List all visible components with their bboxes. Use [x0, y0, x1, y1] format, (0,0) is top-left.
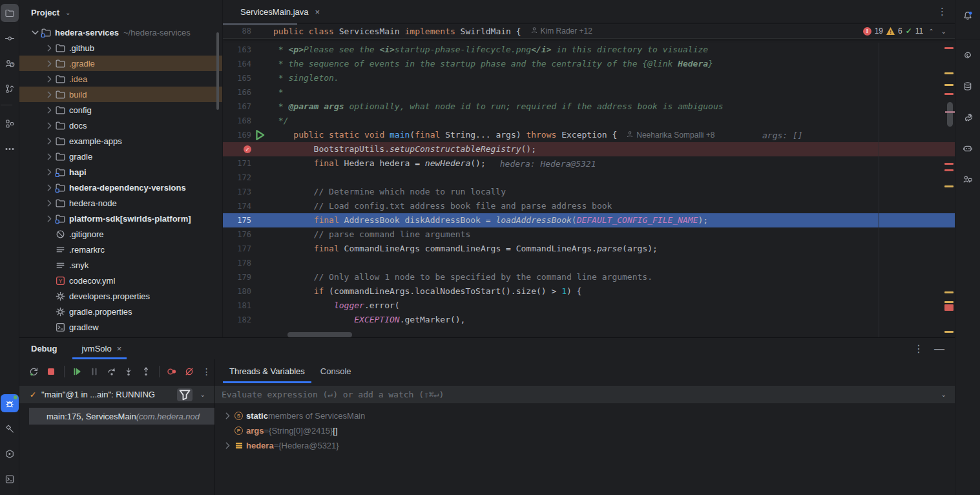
step-into-button[interactable] — [121, 363, 137, 380]
filter-icon[interactable] — [177, 388, 193, 401]
tree-item--github[interactable]: .github — [19, 40, 222, 56]
toolwindow-button-commit[interactable] — [1, 29, 19, 47]
code-line-175[interactable]: 175 final AddressBook diskAddressBook = … — [223, 213, 955, 227]
toolwindow-button-build[interactable] — [1, 419, 19, 437]
code-line-170[interactable]: ✓ BootstrapUtils.setupConstructableRegis… — [223, 142, 955, 156]
code-line-166[interactable]: 166 * — [223, 85, 955, 100]
close-icon[interactable]: × — [315, 7, 320, 17]
thread-selector[interactable]: ✓ "main"@1 in ...ain": RUNNING ⌄ — [19, 386, 214, 403]
variable-row[interactable]: Sstatic members of ServicesMain — [215, 408, 955, 423]
line-number[interactable]: 166 — [223, 88, 251, 97]
code-line-172[interactable]: 172 — [223, 171, 955, 185]
line-number[interactable]: 171 — [223, 159, 251, 168]
toolwindow-button-ai-assistant[interactable] — [959, 46, 977, 64]
editor-scrollbar-thumb[interactable] — [947, 102, 953, 127]
chevron-right-icon[interactable] — [44, 74, 55, 84]
step-out-button[interactable] — [138, 363, 154, 380]
chevron-right-icon[interactable] — [44, 151, 55, 162]
toolwindow-button-project[interactable] — [1, 4, 19, 22]
code-line-173[interactable]: 173 // Determine which node to run local… — [223, 185, 955, 199]
stop-button[interactable] — [43, 363, 59, 380]
line-number[interactable]: 174 — [223, 202, 251, 211]
line-number[interactable]: 167 — [223, 102, 251, 111]
chevron-right-icon[interactable] — [44, 120, 55, 131]
variable-row[interactable]: hedera = {Hedera@5321} — [215, 438, 955, 453]
tree-item-hedera-dependency-versions[interactable]: hedera-dependency-versions — [19, 180, 222, 195]
chevron-right-icon[interactable] — [44, 43, 55, 53]
tree-item-hapi[interactable]: hapi — [19, 164, 222, 180]
pause-button[interactable] — [86, 363, 102, 380]
debug-session-tab[interactable]: jvmSolo × — [72, 338, 127, 359]
variable-row[interactable]: Pargs = {String[0]@2415} [] — [215, 423, 955, 438]
line-number[interactable]: ✓ — [223, 145, 251, 153]
code-line-181[interactable]: 181 logger.error( — [223, 299, 955, 313]
line-number[interactable]: 168 — [223, 116, 251, 125]
tree-item-platform-sdk[interactable]: platform-sdk [swirlds-platform] — [19, 211, 222, 226]
code-line-165[interactable]: 165 * singleton. — [223, 71, 955, 85]
chevron-right-icon[interactable] — [44, 136, 55, 146]
project-panel-header[interactable]: Project ⌄ — [19, 0, 222, 25]
toolwindow-button-terminal[interactable] — [1, 470, 19, 488]
tree-item-docs[interactable]: docs — [19, 118, 222, 133]
tab-console[interactable]: Console — [314, 359, 358, 383]
close-icon[interactable]: × — [117, 344, 122, 353]
evaluate-expression-bar[interactable]: Evaluate expression (↵) or add a watch (… — [215, 386, 955, 403]
editor-kebab-icon[interactable]: ⋮ — [937, 6, 947, 17]
line-number[interactable]: 182 — [223, 315, 251, 324]
toolwindow-button-gradle[interactable] — [959, 108, 977, 126]
chevron-right-icon[interactable] — [44, 58, 55, 68]
tree-item-gradle-properties[interactable]: gradle.properties — [19, 304, 222, 319]
chevron-right-icon[interactable] — [44, 105, 55, 115]
tree-item-example-apps[interactable]: example-apps — [19, 133, 222, 149]
tree-item-hedera-node[interactable]: hedera-node — [19, 195, 222, 211]
code-line-163[interactable]: 163 * <p>Please see the <i>startup-phase… — [223, 43, 955, 57]
inspections-widget[interactable]: ! 19 ! 6 ✓ 11 ⌃ ⌄ — [863, 26, 955, 36]
tree-item--gitignore[interactable]: .gitignore — [19, 226, 222, 242]
line-number[interactable]: 177 — [223, 244, 251, 253]
debug-options-kebab-icon[interactable]: ⋮ — [913, 342, 924, 355]
toolwindow-button-debug[interactable] — [1, 394, 19, 412]
chevron-right-icon[interactable] — [222, 410, 233, 421]
tree-item-config[interactable]: config — [19, 102, 222, 118]
run-line-icon[interactable] — [251, 127, 268, 143]
toolwindow-button-structure[interactable] — [1, 114, 19, 132]
toolwindow-button-database[interactable] — [959, 77, 977, 95]
chevron-right-icon[interactable] — [44, 182, 55, 193]
tab-threads-variables[interactable]: Threads & Variables — [223, 359, 311, 383]
toolwindow-button-services[interactable] — [1, 445, 19, 463]
mute-breakpoints-button[interactable] — [181, 363, 197, 380]
line-number[interactable]: 173 — [223, 187, 251, 196]
code-line-179[interactable]: 179 // Only allow 1 node to be specified… — [223, 270, 955, 284]
code-line-178[interactable]: 178 — [223, 256, 955, 270]
toolwindow-button-pull-requests[interactable]: ? — [1, 54, 19, 72]
tree-item--snyk[interactable]: .snyk — [19, 257, 222, 273]
code-line-164[interactable]: 164 * the sequence of events in the star… — [223, 57, 955, 71]
line-number[interactable]: 172 — [223, 173, 251, 182]
code-line-176[interactable]: 176 // parse command line arguments — [223, 227, 955, 242]
kebab-button[interactable]: ⋮ — [198, 363, 214, 380]
chevron-down-icon[interactable]: ⌄ — [198, 391, 208, 398]
code-line-182[interactable]: 182 EXCEPTION.getMarker(), — [223, 313, 955, 327]
line-number[interactable]: 163 — [223, 45, 251, 54]
line-number[interactable]: 181 — [223, 301, 251, 310]
code-line-167[interactable]: 167 * @param args optionally, what node … — [223, 100, 955, 114]
tree-item--remarkrc[interactable]: .remarkrc — [19, 242, 222, 257]
chevron-right-icon[interactable] — [44, 89, 55, 100]
line-number[interactable]: 175 — [223, 216, 251, 225]
resume-button[interactable] — [69, 363, 85, 380]
tree-item-hedera-services[interactable]: hedera-services~/hedera-services — [19, 25, 222, 40]
code-line-177[interactable]: 177 final CommandLineArgs commandLineArg… — [223, 242, 955, 256]
line-number[interactable]: 179 — [223, 273, 251, 282]
line-number[interactable]: 165 — [223, 74, 251, 83]
tree-item-gradlew[interactable]: gradlew — [19, 319, 222, 335]
sticky-code[interactable]: public class ServicesMain implements Swi… — [273, 26, 521, 36]
line-number[interactable]: 176 — [223, 230, 251, 239]
view-breakpoints-button[interactable] — [164, 363, 180, 380]
stack-frame-item[interactable]: main:175, ServicesMain (com.hedera.nod — [29, 408, 214, 425]
code-line-180[interactable]: 180 if (commandLineArgs.localNodesToStar… — [223, 284, 955, 299]
line-number[interactable]: 178 — [223, 258, 251, 268]
project-scrollbar[interactable] — [216, 32, 219, 110]
notifications-button[interactable] — [959, 6, 977, 25]
chevron-right-icon[interactable] — [44, 213, 55, 224]
chevron-right-icon[interactable] — [222, 440, 233, 451]
